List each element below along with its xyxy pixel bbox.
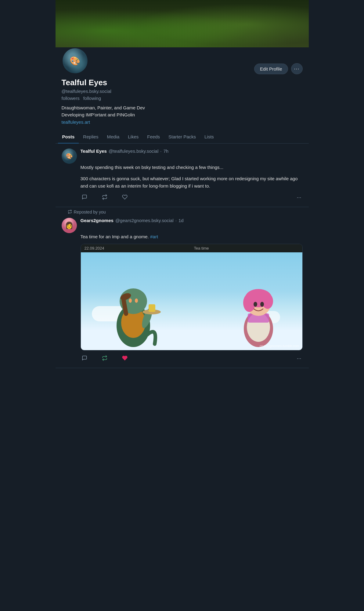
post-actions-2: ··· [81,354,303,363]
followers-row: followers following [62,96,303,101]
post-meta-2: Gears2gnomes @gears2gnomes.bsky.social ·… [81,218,303,225]
post-avatar-image-2: 👩 [62,218,77,233]
following-label[interactable]: following [83,96,101,101]
svg-point-6 [135,298,138,303]
repost-button-2[interactable] [101,354,109,363]
repost-icon-2 [102,355,107,362]
post-timestamp-2: 1d [178,218,184,223]
character-left [103,265,164,350]
edit-profile-button[interactable]: Edit Profile [254,64,288,74]
post-hashtag-2[interactable]: #art [150,234,158,239]
like-icon-2 [122,355,128,362]
like-button-1[interactable] [121,193,129,202]
watermark: gears2gnomes.tumblr.com [260,344,299,348]
more-button-1[interactable]: ··· [295,193,302,202]
post-image-content: gears2gnomes.tumblr.com [81,252,302,350]
tabs-bar: Posts Replies Media Likes Feeds Starter … [56,130,309,144]
repost-icon-1 [102,194,107,201]
post-content-2: Tea time for an Imp and a gnome. #art [81,233,303,240]
post-meta-top-1: Tealful Eyes @tealfuleyes.bsky.social · … [81,148,303,154]
repost-card-2: Reposted by you 👩 Gears2gnomes @gears2gn… [56,207,309,368]
tab-lists[interactable]: Lists [200,130,218,144]
bio-link[interactable]: tealfuleyes.art [62,119,90,125]
tab-feeds[interactable]: Feeds [143,130,164,144]
post-text-2: Tea time for an Imp and a gnome. [81,234,149,239]
post-avatar-1[interactable]: 🎨 [62,148,77,164]
post-time-1: · [160,148,161,154]
tab-media[interactable]: Media [103,130,124,144]
tab-starter-packs[interactable]: Starter Packs [164,130,200,144]
post-content-1: Mostly spending this week on bsky testin… [81,164,303,189]
post-actions-1: ··· [81,193,303,202]
bio: Draughtswoman, Painter, and Game Dev Dev… [62,104,303,118]
like-icon-1 [122,194,128,201]
post-handle-2: @gears2gnomes.bsky.social [115,218,174,223]
followers-label[interactable]: followers [62,96,80,101]
post-image-scene: gears2gnomes.tumblr.com [81,252,302,350]
post-text-p2: 300 characters is gonna suck, but whatev… [81,175,303,189]
display-name: Tealful Eyes [62,78,303,87]
post-avatar-2[interactable]: 👩 [62,218,77,233]
reply-icon-2 [82,355,87,362]
post-time-sep-2: · [175,218,177,223]
reply-icon-1 [82,194,87,201]
post-image-header: 22.09.2024 Tea time [81,244,302,252]
tab-posts[interactable]: Posts [58,130,79,144]
svg-point-15 [243,294,255,312]
image-date: 22.09.2024 [85,246,104,251]
reply-button-2[interactable] [81,354,88,363]
more-button-2[interactable]: ··· [295,354,302,363]
repost-by-label: Reposted by you [74,210,106,214]
post-header-2: 👩 Gears2gnomes @gears2gnomes.bsky.social… [62,218,303,233]
bio-line1: Draughtswoman, Painter, and Game Dev [62,104,303,112]
bio-line2: Developing IMP'ortant and PINGolin [62,112,303,119]
post-image-container[interactable]: 22.09.2024 Tea time [81,244,303,350]
profile-handle: @tealfuleyes.bsky.social [62,89,303,94]
tab-replies[interactable]: Replies [79,130,103,144]
post-header-1: 🎨 Tealful Eyes @tealfuleyes.bsky.social … [62,148,303,164]
avatar-row: 🎨 Edit Profile ··· [62,47,303,74]
post-author-1[interactable]: Tealful Eyes [81,148,107,154]
svg-point-16 [262,294,273,309]
profile-header: 🎨 Edit Profile ··· Tealful Eyes @tealful… [56,47,309,130]
post-meta-top-2: Gears2gnomes @gears2gnomes.bsky.social ·… [81,218,303,223]
repost-indicator-icon [68,210,72,215]
profile-actions: Edit Profile ··· [254,47,303,74]
svg-rect-9 [149,304,155,312]
svg-point-5 [129,298,132,303]
repost-label-2: Reposted by you [68,210,303,215]
avatar: 🎨 [62,47,88,74]
avatar-image: 🎨 [63,48,88,73]
tab-likes[interactable]: Likes [124,130,143,144]
post-card-1: 🎨 Tealful Eyes @tealfuleyes.bsky.social … [56,144,309,207]
image-title: Tea time [194,246,209,251]
post-author-2[interactable]: Gears2gnomes [81,218,114,223]
post-timestamp-1: 7h [163,148,168,154]
character-right [232,274,284,350]
like-button-2[interactable] [121,354,129,363]
post-text-p1: Mostly spending this week on bsky testin… [81,164,303,171]
svg-point-17 [254,302,257,307]
repost-button-1[interactable] [101,193,109,202]
post-handle-1: @tealfuleyes.bsky.social [109,148,158,154]
post-avatar-image-1: 🎨 [62,148,77,164]
profile-more-button[interactable]: ··· [291,63,303,74]
post-meta-1: Tealful Eyes @tealfuleyes.bsky.social · … [81,148,303,155]
svg-point-18 [260,302,264,307]
reply-button-1[interactable] [81,193,88,202]
